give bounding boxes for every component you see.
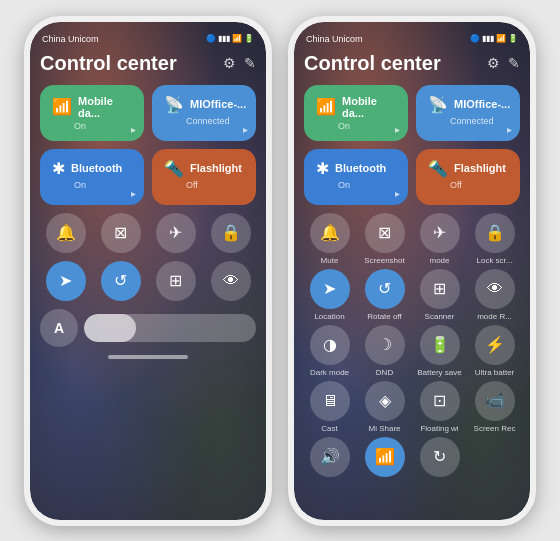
mobile-data-icon-left: 📶 (52, 97, 72, 116)
eye-circle-left: 👁 (211, 261, 251, 301)
wifi-circle-right: 📶 (365, 437, 405, 477)
rotate-circle-right: ↺ (365, 269, 405, 309)
lock-btn-right[interactable]: 🔒 Lock scr... (469, 213, 520, 265)
edit-icon-right[interactable]: ✎ (508, 55, 520, 71)
status-bar-left: China Unicom 🔵 ▮▮▮ 📶 🔋 (40, 30, 256, 48)
lock-circle-right: 🔒 (475, 213, 515, 253)
battery-icon: 🔋 (244, 34, 254, 43)
rotate-btn-left[interactable]: ↺ (95, 261, 146, 301)
header-icons-left: ⚙ ✎ (223, 55, 256, 71)
bluetooth-name-left: Bluetooth (71, 162, 122, 174)
mioffice-tile-right[interactable]: 📡 MIOffice-... Connected ▸ (416, 85, 520, 141)
flashlight-tile-left[interactable]: 🔦 Flashlight Off (152, 149, 256, 205)
flashlight-status-left: Off (186, 180, 244, 190)
tile-header: 🔦 Flashlight (164, 159, 244, 178)
mute-label-right: Mute (321, 256, 339, 265)
mute-circle-right: 🔔 (310, 213, 350, 253)
mobile-data-tile-right[interactable]: 📶 Mobile da... On ▸ (304, 85, 408, 141)
lock-btn-left[interactable]: 🔒 (205, 213, 256, 253)
eye-circle-right: 👁 (475, 269, 515, 309)
mobile-data-arrow-left: ▸ (131, 124, 136, 135)
eye-btn-right[interactable]: 👁 mode R... (469, 269, 520, 321)
scanner-btn-left[interactable]: ⊞ (150, 261, 201, 301)
tile-header: ✱ Bluetooth (52, 159, 132, 178)
screen-rec-btn-right[interactable]: 📹 Screen Rec (469, 381, 520, 433)
cast-btn-right[interactable]: 🖥 Cast (304, 381, 355, 433)
bluetooth-icon-left: ✱ (52, 159, 65, 178)
airplane-circle-left: ✈ (156, 213, 196, 253)
phone-left-screen: China Unicom 🔵 ▮▮▮ 📶 🔋 Control center ⚙ … (30, 22, 266, 520)
header-left: Control center ⚙ ✎ (40, 52, 256, 75)
screenshot-btn-left[interactable]: ⊠ (95, 213, 146, 253)
ultra-battery-label-right: Ultra batter (475, 368, 515, 377)
quick-row4-right: 🖥 Cast ◈ Mi Share ⊡ Floating wi 📹 Screen… (304, 381, 520, 433)
battery-save-circle-right: 🔋 (420, 325, 460, 365)
scanner-btn-right[interactable]: ⊞ Scanner (414, 269, 465, 321)
floating-circle-right: ⊡ (420, 381, 460, 421)
edit-icon-left[interactable]: ✎ (244, 55, 256, 71)
quick-row5-right: 🔊 📶 ↻ (304, 437, 520, 477)
wifi-btn-right[interactable]: 📶 (359, 437, 410, 477)
eye-label-right: mode R... (477, 312, 512, 321)
audio-circle-right: 🔊 (310, 437, 350, 477)
control-panel-left: China Unicom 🔵 ▮▮▮ 📶 🔋 Control center ⚙ … (30, 22, 266, 520)
settings-icon-right[interactable]: ⚙ (487, 55, 500, 71)
quick-row2-right: ➤ Location ↺ Rotate off ⊞ Scanner 👁 mode… (304, 269, 520, 321)
audio-btn-right[interactable]: 🔊 (304, 437, 355, 477)
flashlight-icon-right: 🔦 (428, 159, 448, 178)
location-label-right: Location (314, 312, 344, 321)
tile-header: 🔦 Flashlight (428, 159, 508, 178)
airplane-btn-left[interactable]: ✈ (150, 213, 201, 253)
mishare-btn-right[interactable]: ◈ Mi Share (359, 381, 410, 433)
location-circle-left: ➤ (46, 261, 86, 301)
header-icons-right: ⚙ ✎ (487, 55, 520, 71)
mobile-data-name-left: Mobile da... (78, 95, 132, 119)
flashlight-tile-right[interactable]: 🔦 Flashlight Off (416, 149, 520, 205)
bluetooth-tile-right[interactable]: ✱ Bluetooth On ▸ (304, 149, 408, 205)
header-title-left: Control center (40, 52, 177, 75)
flashlight-status-right: Off (450, 180, 508, 190)
brightness-bar-left[interactable] (84, 314, 256, 342)
header-title-right: Control center (304, 52, 441, 75)
mioffice-tile-left[interactable]: 📡 MIOffice-... Connected ▸ (152, 85, 256, 141)
darkmode-btn-right[interactable]: ◑ Dark mode (304, 325, 355, 377)
scanner-label-right: Scanner (425, 312, 455, 321)
scanner-circle-right: ⊞ (420, 269, 460, 309)
mioffice-status-right: Connected (450, 116, 508, 126)
home-indicator-left (108, 355, 188, 359)
bluetooth-icon-right: ✱ (316, 159, 329, 178)
refresh-btn-right[interactable]: ↻ (414, 437, 465, 477)
floating-btn-right[interactable]: ⊡ Floating wi (414, 381, 465, 433)
quick-actions-row2-left: ➤ ↺ ⊞ 👁 (40, 261, 256, 301)
eye-btn-left[interactable]: 👁 (205, 261, 256, 301)
settings-icon-left[interactable]: ⚙ (223, 55, 236, 71)
location-btn-right[interactable]: ➤ Location (304, 269, 355, 321)
bluetooth-tile-left[interactable]: ✱ Bluetooth On ▸ (40, 149, 144, 205)
cast-circle-right: 🖥 (310, 381, 350, 421)
empty-btn-right (469, 437, 520, 477)
ultra-battery-btn-right[interactable]: ⚡ Ultra batter (469, 325, 520, 377)
mobile-data-icon-right: 📶 (316, 97, 336, 116)
location-btn-left[interactable]: ➤ (40, 261, 91, 301)
mobile-data-tile-left[interactable]: 📶 Mobile da... On ▸ (40, 85, 144, 141)
mute-btn-left[interactable]: 🔔 (40, 213, 91, 253)
mioffice-name-right: MIOffice-... (454, 98, 510, 110)
mobile-data-name-right: Mobile da... (342, 95, 396, 119)
empty-circle-right (475, 437, 515, 477)
screenshot-btn-right[interactable]: ⊠ Screenshot (359, 213, 410, 265)
mute-circle-left: 🔔 (46, 213, 86, 253)
mobile-data-status-left: On (74, 121, 132, 131)
font-row-left: A (40, 309, 256, 347)
battery-save-btn-right[interactable]: 🔋 Battery save (414, 325, 465, 377)
lock-label-right: Lock scr... (476, 256, 512, 265)
dnd-btn-right[interactable]: ☽ DND (359, 325, 410, 377)
airplane-circle-right: ✈ (420, 213, 460, 253)
battery-icon-right: 🔋 (508, 34, 518, 43)
mioffice-arrow-right: ▸ (507, 124, 512, 135)
airplane-btn-right[interactable]: ✈ mode (414, 213, 465, 265)
tile-header: 📡 MIOffice-... (164, 95, 244, 114)
wifi-icon-right: 📶 (496, 34, 506, 43)
mishare-circle-right: ◈ (365, 381, 405, 421)
rotate-btn-right[interactable]: ↺ Rotate off (359, 269, 410, 321)
mute-btn-right[interactable]: 🔔 Mute (304, 213, 355, 265)
